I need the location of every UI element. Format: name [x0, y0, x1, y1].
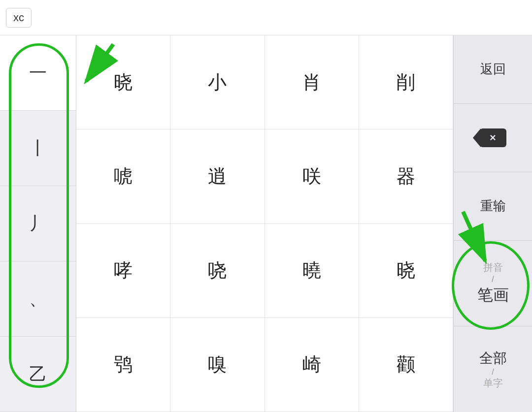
char-cell[interactable]: 器 — [359, 129, 453, 223]
action-column: 返回 × 重输 拼音 / 笔画 全部 / 单字 — [453, 35, 532, 412]
char-grid: 晓 小 肖 削 唬 逍 咲 器 哮 哓 曉 晓 鸮 嗅 崎 颧 — [76, 35, 453, 412]
char-cell[interactable]: 唬 — [76, 129, 170, 223]
stroke-pie[interactable]: 丿 — [0, 186, 76, 261]
bihua-label: 笔画 — [477, 285, 509, 306]
char-cell[interactable]: 哓 — [170, 224, 265, 318]
char-cell[interactable]: 嗅 — [170, 318, 265, 412]
stroke-zhe[interactable]: 乙 — [0, 337, 76, 412]
stroke-column: 一 丨 丿 、 乙 — [0, 35, 76, 412]
reenter-label: 重输 — [480, 197, 506, 215]
stroke-shu[interactable]: 丨 — [0, 111, 76, 186]
char-cell[interactable]: 颧 — [359, 318, 453, 412]
char-cell[interactable]: 曉 — [265, 224, 359, 318]
char-cell[interactable]: 肖 — [265, 35, 359, 129]
slash-icon: / — [492, 274, 494, 285]
input-display: xc — [6, 8, 32, 28]
char-cell[interactable]: 小 — [170, 35, 265, 129]
stroke-dian[interactable]: 、 — [0, 261, 76, 337]
return-button[interactable]: 返回 — [454, 35, 532, 104]
mode-switch-button[interactable]: 拼音 / 笔画 — [454, 241, 532, 327]
pinyin-label: 拼音 — [483, 261, 503, 274]
delete-button[interactable]: × — [454, 104, 532, 172]
quanbu-label: 全部 — [479, 349, 507, 368]
quanbu-button[interactable]: 全部 / 单字 — [454, 326, 532, 412]
char-cell[interactable]: 咲 — [265, 129, 359, 223]
char-cell[interactable]: 哮 — [76, 224, 170, 318]
char-cell[interactable]: 崎 — [265, 318, 359, 412]
danzi-label: 单字 — [483, 377, 503, 390]
top-bar: xc — [0, 0, 532, 35]
char-cell[interactable]: 鸮 — [76, 318, 170, 412]
keyboard-area: 一 丨 丿 、 乙 晓 小 肖 削 唬 逍 咲 器 哮 哓 曉 晓 鸮 嗅 崎 … — [0, 35, 532, 412]
return-label: 返回 — [480, 61, 506, 78]
quanbu-slash: / — [492, 368, 494, 377]
char-cell[interactable]: 逍 — [170, 129, 265, 223]
delete-x: × — [490, 131, 496, 144]
char-cell[interactable]: 晓 — [359, 224, 453, 318]
char-cell[interactable]: 削 — [359, 35, 453, 129]
delete-icon: × — [480, 128, 506, 147]
char-cell[interactable]: 晓 — [76, 35, 170, 129]
reenter-button[interactable]: 重输 — [454, 172, 532, 241]
stroke-heng[interactable]: 一 — [0, 35, 76, 111]
